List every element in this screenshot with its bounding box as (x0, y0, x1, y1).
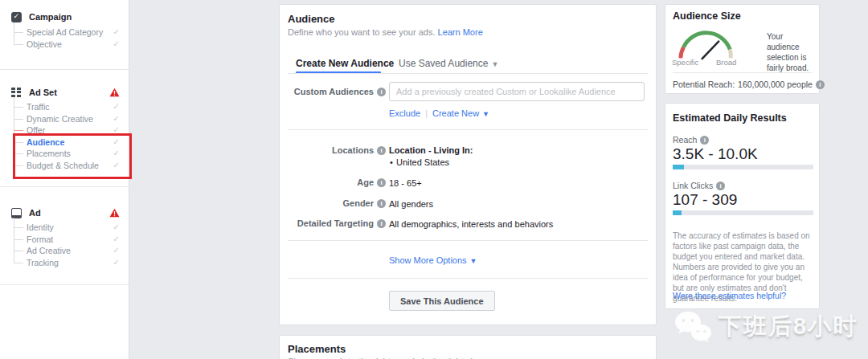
info-icon[interactable]: i (377, 219, 386, 228)
estimates-feedback-link[interactable]: Were these estimates helpful? (673, 291, 786, 300)
tab-use-saved-audience[interactable]: Use Saved Audience▼ (399, 58, 498, 69)
exclude-link[interactable]: Exclude (389, 108, 420, 118)
sidebar-item-format[interactable]: Format ✓ (14, 234, 123, 246)
locations-label: Locations i (280, 145, 386, 155)
custom-audience-input[interactable] (389, 82, 645, 101)
show-more-options-link[interactable]: Show More Options (389, 255, 467, 265)
check-icon: ✓ (113, 160, 120, 172)
nav-campaign-label: Campaign (29, 12, 72, 22)
metric-label-text: Reach (673, 135, 697, 145)
sidebar-divider (0, 284, 129, 285)
sidebar-item-label: Dynamic Creative (27, 114, 93, 124)
sidebar-item-label: Budget & Schedule (27, 161, 99, 170)
section-divider (288, 129, 648, 130)
ad-set-icon (11, 88, 22, 98)
audience-size-description: Your audience selection is fairly broad. (767, 31, 817, 73)
check-icon: ✓ (113, 257, 120, 269)
reach-metric-value: 3.5K - 10.0K (673, 145, 758, 163)
sidebar-item-ad-creative[interactable]: Ad Creative ✓ (14, 245, 123, 257)
estimated-daily-results-card: Estimated Daily Results Reach i 3.5K - 1… (665, 103, 820, 309)
reach-bar (673, 165, 813, 169)
show-more-options: Show More Options▼ (389, 255, 477, 265)
ad-subnav: Identity ✓ Format ✓ Ad Creative ✓ Tracki… (14, 222, 123, 268)
separator: | (425, 108, 428, 118)
info-icon[interactable]: i (816, 80, 825, 89)
link-clicks-bar-fill (673, 210, 682, 215)
info-icon[interactable]: i (700, 136, 709, 145)
placements-title: Placements (288, 343, 346, 355)
sidebar-item-budget-schedule[interactable]: Budget & Schedule ✓ (14, 160, 123, 172)
check-icon: ✓ (113, 39, 120, 51)
sidebar-item-label: Offer (27, 125, 45, 135)
field-label: Gender (342, 198, 374, 208)
field-label: Custom Audiences (294, 87, 374, 96)
link-clicks-metric-label: Link Clicks i (673, 181, 725, 190)
audience-size-card: Audience Size Specific Broad Your audien… (665, 4, 820, 94)
potential-reach-label: Potential Reach: (673, 80, 735, 89)
save-this-audience-button[interactable]: Save This Audience (389, 291, 495, 311)
potential-reach-value: 160,000,000 people (738, 80, 813, 89)
check-icon: ✓ (113, 113, 120, 125)
nav-campaign[interactable]: Campaign (11, 10, 72, 23)
sidebar-item-traffic[interactable]: Traffic ✓ (14, 101, 123, 113)
locations-value: Location - Living In: United States (389, 145, 473, 167)
ads-manager-screen: Campaign Special Ad Category ✓ Objective… (0, 0, 868, 359)
custom-audience-actions: Exclude|Create New▼ (389, 108, 489, 118)
audience-size-title: Audience Size (673, 10, 741, 22)
sidebar-item-objective[interactable]: Objective ✓ (14, 39, 123, 51)
info-icon[interactable]: i (377, 146, 386, 155)
check-icon: ✓ (113, 148, 120, 160)
custom-audiences-label: Custom Audiences i (280, 87, 386, 96)
sidebar-item-audience[interactable]: Audience ✓ (14, 137, 123, 149)
reach-metric-label: Reach i (673, 135, 709, 145)
info-icon[interactable]: i (377, 199, 386, 208)
sidebar-item-label: Special Ad Category (27, 27, 103, 37)
detailed-targeting-label: Detailed Targeting i (280, 218, 386, 228)
ad-set-subnav: Traffic ✓ Dynamic Creative ✓ Offer ✓ Aud… (14, 101, 123, 171)
nav-ad-set[interactable]: Ad Set (11, 86, 129, 99)
info-icon[interactable]: i (377, 178, 386, 187)
warning-icon (109, 88, 120, 97)
learn-more-link[interactable]: Learn More (438, 27, 483, 37)
sidebar-item-special-ad-category[interactable]: Special Ad Category ✓ (14, 27, 123, 39)
audience-card: Audience Define who you want to see your… (279, 4, 657, 325)
tabs-divider (288, 73, 648, 74)
sidebar-item-placements[interactable]: Placements ✓ (14, 148, 123, 160)
chevron-down-icon: ▼ (491, 60, 498, 68)
sidebar-item-label: Audience (27, 137, 64, 147)
locations-value-title: Location - Living In: (389, 145, 473, 155)
nav-ad[interactable]: Ad (11, 206, 129, 219)
section-divider (288, 240, 648, 241)
info-icon[interactable]: i (716, 182, 725, 190)
sidebar-divider (0, 186, 129, 187)
watermark-text: 下班后8小时 (719, 311, 858, 343)
create-new-link[interactable]: Create New (432, 108, 479, 118)
sidebar-item-dynamic-creative[interactable]: Dynamic Creative ✓ (14, 113, 123, 125)
sidebar-item-offer[interactable]: Offer ✓ (14, 124, 123, 137)
campaign-subnav: Special Ad Category ✓ Objective ✓ (14, 27, 123, 50)
audience-size-gauge (670, 22, 741, 63)
gender-label: Gender i (280, 198, 386, 208)
check-icon: ✓ (113, 245, 120, 257)
warning-icon (109, 208, 120, 218)
age-value: 18 - 65+ (389, 178, 422, 188)
tab-create-new-audience[interactable]: Create New Audience (296, 58, 394, 69)
field-label: Locations (332, 145, 374, 155)
nav-ad-label: Ad (29, 208, 41, 218)
audience-subtitle-text: Define who you want to see your ads. (288, 27, 435, 37)
sidebar-item-label: Traffic (27, 102, 50, 112)
age-label: Age i (280, 177, 386, 187)
check-icon: ✓ (113, 101, 120, 113)
potential-reach: Potential Reach: 160,000,000 people i (673, 80, 825, 89)
sidebar-item-label: Format (27, 235, 53, 244)
estimated-results-title: Estimated Daily Results (673, 112, 787, 124)
check-icon: ✓ (113, 137, 120, 149)
sidebar-item-identity[interactable]: Identity ✓ (14, 222, 123, 234)
gauge-label-specific: Specific (672, 58, 698, 67)
link-clicks-metric-value: 107 - 309 (673, 191, 737, 209)
info-icon[interactable]: i (377, 88, 386, 96)
sidebar-item-tracking[interactable]: Tracking ✓ (14, 257, 123, 269)
sidebar-item-label: Identity (27, 222, 54, 232)
card-divider (673, 72, 812, 73)
check-icon: ✓ (113, 27, 120, 39)
